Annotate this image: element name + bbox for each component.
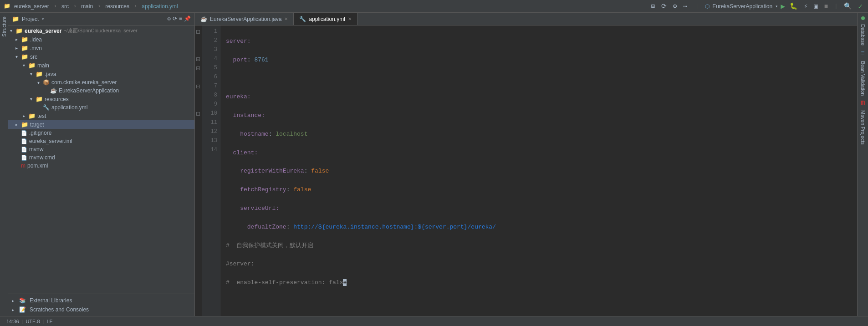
test-icon: 📁 xyxy=(28,112,36,119)
ext-lib-icon: 📚 xyxy=(19,297,26,304)
bean-validation-label[interactable]: Bean Validation xyxy=(859,60,867,97)
top-bar: 📁 eureka_server › src › main › resources… xyxy=(0,0,868,13)
run-config-label[interactable]: EurekaServerApplication xyxy=(712,3,772,10)
breadcrumb-sep1: › xyxy=(54,3,57,10)
toolbar-right: ⊞ ⟳ ⚙ ⋯ | ⬡ EurekaServerApplication ▾ ▶ … xyxy=(649,1,864,12)
tree-package[interactable]: 📦 com.ckmike.eureka_server xyxy=(8,78,194,87)
filter-icon[interactable]: ≡ xyxy=(179,15,182,22)
code-line-6: hostname: localhost xyxy=(226,130,852,139)
code-line-10: serviceUrl: xyxy=(226,204,852,213)
left-strip: Structure xyxy=(0,13,8,316)
fold-1[interactable]: − xyxy=(196,30,200,34)
tab-java-icon: ☕ xyxy=(200,16,207,22)
help-icon[interactable]: ✓ xyxy=(856,1,864,12)
profile-button[interactable]: ▣ xyxy=(812,1,819,11)
code-content[interactable]: server: port: 8761 eureka: instance: hos… xyxy=(220,25,857,316)
fold-gutter: − − − − − xyxy=(195,25,202,316)
fold-10[interactable]: − xyxy=(196,112,200,116)
tree-iml[interactable]: 📄 eureka_server.iml xyxy=(8,137,194,145)
pin-icon[interactable]: 📌 xyxy=(184,15,191,22)
mvn-label: .mvn xyxy=(30,45,42,51)
code-line-11: defualtZone: http://${eureka.instance.ho… xyxy=(226,223,852,232)
iml-label: eureka_server.iml xyxy=(29,138,72,144)
tab-java-close[interactable]: ✕ xyxy=(284,16,288,21)
mvnw-cmd-label: mvnw.cmd xyxy=(29,154,55,161)
settings-icon[interactable]: ⚙ xyxy=(671,1,679,11)
idea-arrow xyxy=(15,37,21,42)
maven-projects-label[interactable]: Maven Projects xyxy=(859,109,867,146)
debug-button[interactable]: 🐛 xyxy=(788,1,799,11)
breadcrumb-src[interactable]: src xyxy=(61,3,69,10)
root-path: ~/桌面/SprinCloud/eureka_server xyxy=(63,27,137,34)
tree-idea[interactable]: 📁 .idea xyxy=(8,35,194,44)
main-icon: 📁 xyxy=(28,62,36,69)
src-icon: 📁 xyxy=(21,53,28,60)
tab-yaml-close[interactable]: ✕ xyxy=(348,16,352,21)
cog-icon[interactable]: ⚙ xyxy=(168,15,171,22)
root-label: eureka_server xyxy=(25,28,61,34)
idea-label: .idea xyxy=(30,36,42,43)
tree-mvnw-cmd[interactable]: 📄 mvnw.cmd xyxy=(8,153,194,162)
breadcrumb-main[interactable]: main xyxy=(81,3,93,10)
line-numbers: 1 2 3 4 5 6 7 8 9 10 11 12 13 14 xyxy=(202,25,220,316)
main-label: main xyxy=(37,62,49,69)
status-encoding[interactable]: UTF-8 xyxy=(23,319,42,324)
project-sidebar: 📁 Project ▾ ⚙ ⟳ ≡ 📌 📁 eureka_server ~/桌面… xyxy=(8,13,195,316)
resources-arrow xyxy=(30,97,36,102)
code-line-3 xyxy=(226,74,852,83)
fold-7[interactable]: − xyxy=(196,85,200,88)
gitignore-label: .gitignore xyxy=(29,130,51,136)
external-libraries-item[interactable]: 📚 External Libraries xyxy=(12,296,191,305)
breadcrumb-resources[interactable]: resources xyxy=(105,3,129,10)
status-line-sep[interactable]: LF xyxy=(44,319,55,324)
tree-root[interactable]: 📁 eureka_server ~/桌面/SprinCloud/eureka_s… xyxy=(8,26,194,35)
search-everywhere-icon[interactable]: 🔍 xyxy=(842,1,853,11)
scratches-arrow xyxy=(12,307,17,312)
tree-main-class[interactable]: ☕ EurekaServerApplication xyxy=(8,87,194,95)
main-class-label: EurekaServerApplication xyxy=(59,87,119,94)
sync-icon[interactable]: ⟳ xyxy=(173,15,177,22)
code-line-14: # enable-self-preservation: false xyxy=(226,278,852,287)
coverage-button[interactable]: ⚡ xyxy=(802,1,809,11)
tree-mvnw[interactable]: 📄 mvnw xyxy=(8,145,194,153)
tree-mvn[interactable]: 📁 .mvn xyxy=(8,44,194,52)
run-config-icon: ⬡ xyxy=(705,3,710,10)
tree-resources[interactable]: 📁 resources xyxy=(8,95,194,103)
run-button[interactable]: ▶ xyxy=(781,2,785,11)
fold-4[interactable]: − xyxy=(196,57,200,61)
tree-gitignore[interactable]: 📄 .gitignore xyxy=(8,129,194,137)
project-panel-title: Project xyxy=(22,16,39,22)
mvn-arrow xyxy=(15,46,21,51)
breadcrumb-file[interactable]: application.yml xyxy=(142,3,178,10)
structure-label[interactable]: Structure xyxy=(0,15,8,39)
tab-java[interactable]: ☕ EurekaServerApplication.java ✕ xyxy=(195,13,294,25)
cursor: e xyxy=(343,279,347,286)
status-bar: 14:36 | UTF-8 | LF xyxy=(0,316,868,326)
more-icon[interactable]: ⋯ xyxy=(681,1,689,11)
tree-main[interactable]: 📁 main xyxy=(8,61,194,70)
sidebar-header: 📁 Project ▾ ⚙ ⟳ ≡ 📌 xyxy=(8,13,194,25)
scratches-item[interactable]: 📝 Scratches and Consoles xyxy=(12,305,191,314)
database-label[interactable]: Database xyxy=(859,23,867,47)
pom-icon: m xyxy=(21,163,26,169)
tree-test[interactable]: 📁 test xyxy=(8,112,194,120)
sync-icon[interactable]: ⟳ xyxy=(659,1,669,11)
run-config-dropdown[interactable]: ▾ xyxy=(775,4,778,9)
tree-application-yml[interactable]: 🔧 application.yml xyxy=(8,103,194,112)
mvnw-cmd-icon: 📄 xyxy=(21,155,27,161)
fold-5[interactable]: − xyxy=(196,66,200,70)
tree-pom[interactable]: m pom.xml xyxy=(8,162,194,170)
yml-label: application.yml xyxy=(51,104,87,111)
code-line-9: fetchRegistry: false xyxy=(226,185,852,194)
tab-yaml[interactable]: 🔧 application.yml ✕ xyxy=(294,13,357,25)
project-name[interactable]: eureka_server xyxy=(14,3,49,10)
sidebar-tools: ⚙ ⟳ ≡ 📌 xyxy=(168,15,191,22)
java-folder-icon: 📁 xyxy=(36,71,43,77)
package-arrow xyxy=(37,80,43,85)
header-dropdown-icon[interactable]: ▾ xyxy=(41,16,44,22)
stop-button[interactable]: ■ xyxy=(822,2,830,11)
tree-java[interactable]: 📁 .java xyxy=(8,70,194,78)
layout-icon[interactable]: ⊞ xyxy=(649,1,657,11)
tree-target[interactable]: 📁 target xyxy=(8,120,194,129)
tree-src[interactable]: 📁 src xyxy=(8,52,194,61)
